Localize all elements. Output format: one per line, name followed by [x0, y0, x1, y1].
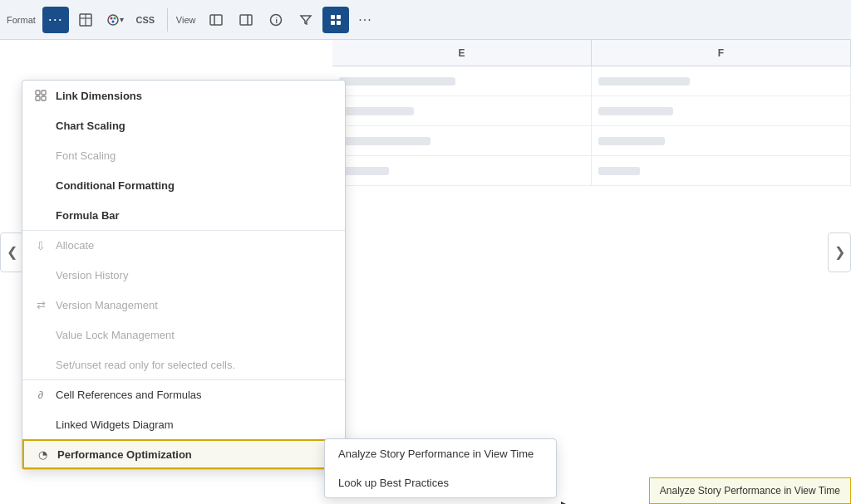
menu-item-chart-scaling[interactable]: Chart Scaling	[22, 110, 345, 140]
cell-e4	[332, 156, 592, 185]
widget-button[interactable]	[322, 7, 349, 33]
col-f: F	[592, 40, 851, 66]
svg-rect-14	[337, 15, 341, 19]
performance-label: Performance Optimization	[57, 448, 192, 461]
table-row	[332, 156, 851, 186]
submenu: Analyze Story Performance in View Time L…	[324, 438, 557, 498]
menu-item-font-scaling: Font Scaling	[22, 140, 345, 170]
css-button[interactable]: CSS	[132, 7, 159, 33]
cell-f1	[592, 66, 851, 95]
nav-left[interactable]: ❮	[0, 232, 23, 272]
table-row	[332, 96, 851, 126]
menu-item-version-management: ⇄ Version Management	[22, 290, 345, 320]
svg-point-4	[111, 17, 113, 19]
svg-rect-20	[42, 96, 46, 100]
allocate-icon: ⇩	[32, 237, 49, 254]
menu-item-version-history: Version History	[22, 260, 345, 290]
svg-point-6	[112, 20, 115, 22]
value-lock-label: Value Lock Management	[56, 329, 175, 341]
link-dimensions-icon	[32, 87, 49, 104]
view-more-button[interactable]: ···	[352, 7, 379, 33]
more-options-button[interactable]: ···	[42, 7, 69, 33]
submenu-item-lookup[interactable]: Look up Best Practices	[325, 468, 556, 497]
view-label: View	[176, 15, 196, 25]
main-area: E F	[0, 40, 851, 504]
formula-bar-label: Formula Bar	[56, 209, 120, 222]
menu-item-link-dimensions[interactable]: Link Dimensions	[22, 81, 345, 110]
svg-point-5	[114, 17, 116, 19]
svg-rect-9	[240, 15, 252, 25]
view-section: i ···	[203, 7, 379, 33]
cell-f2	[592, 96, 851, 125]
conditional-formatting-label: Conditional Formatting	[56, 179, 175, 192]
menu-item-formula-bar[interactable]: Formula Bar	[22, 200, 345, 230]
svg-text:i: i	[275, 17, 278, 25]
cell-references-label: Cell References and Formulas	[56, 389, 202, 401]
menu-item-allocate: ⇩ Allocate	[22, 230, 345, 260]
filter-button[interactable]	[293, 7, 319, 33]
table-rows	[332, 66, 851, 186]
svg-rect-7	[210, 15, 222, 25]
dropdown-menu: Link Dimensions Chart Scaling Font Scali…	[22, 80, 346, 470]
tooltip: Analyze Story Performance in View Time	[649, 477, 851, 504]
table-icon-button[interactable]	[72, 7, 99, 33]
cell-e1	[332, 66, 592, 95]
table-header: E F	[332, 40, 851, 66]
submenu-item-analyze[interactable]: Analyze Story Performance in View Time	[325, 439, 556, 468]
version-history-label: Version History	[56, 269, 128, 281]
palette-button[interactable]: ▾	[102, 7, 129, 33]
col-e: E	[332, 40, 592, 66]
linked-widgets-label: Linked Widgets Diagram	[56, 418, 174, 431]
svg-rect-16	[337, 21, 341, 25]
font-scaling-label: Font Scaling	[56, 149, 116, 162]
svg-rect-18	[42, 91, 46, 95]
performance-icon: ◔	[34, 446, 51, 462]
info-button[interactable]: i	[263, 7, 289, 33]
version-management-label: Version Management	[56, 299, 158, 311]
left-panel-button[interactable]	[203, 7, 229, 33]
format-section: ··· ▾ CSS	[42, 7, 159, 33]
right-panel-button[interactable]	[233, 7, 259, 33]
cell-e3	[332, 126, 592, 155]
analyze-story-label: Analyze Story Performance in View Time	[338, 448, 534, 460]
menu-item-value-lock: Value Lock Management	[22, 320, 345, 350]
cell-f4	[592, 156, 851, 185]
chart-scaling-label: Chart Scaling	[56, 120, 125, 132]
svg-rect-17	[36, 91, 40, 95]
svg-rect-13	[331, 15, 335, 19]
toolbar: Format ··· ▾ CSS View	[0, 0, 851, 40]
cell-references-icon: ∂	[32, 387, 49, 404]
set-unset-label: Set/unset read only for selected cells.	[56, 359, 235, 371]
menu-item-conditional-formatting[interactable]: Conditional Formatting	[22, 170, 345, 200]
menu-item-set-unset: Set/unset read only for selected cells.	[22, 350, 345, 379]
svg-point-3	[108, 15, 118, 25]
allocate-label: Allocate	[56, 239, 94, 252]
svg-rect-19	[36, 96, 40, 100]
menu-item-cell-references[interactable]: ∂ Cell References and Formulas	[22, 379, 345, 409]
menu-item-performance-optimization[interactable]: ◔ Performance Optimization ▶	[22, 439, 345, 469]
cell-e2	[332, 96, 592, 125]
tooltip-text: Analyze Story Performance in View Time	[660, 485, 840, 497]
table-row	[332, 66, 851, 96]
table-row	[332, 126, 851, 156]
cell-f3	[592, 126, 851, 155]
svg-rect-15	[331, 21, 335, 25]
nav-right[interactable]: ❯	[828, 232, 851, 272]
format-label: Format	[7, 15, 36, 25]
divider-1	[167, 8, 168, 32]
menu-item-linked-widgets[interactable]: Linked Widgets Diagram	[22, 409, 345, 439]
version-management-icon: ⇄	[32, 296, 49, 313]
link-dimensions-label: Link Dimensions	[56, 90, 142, 102]
look-up-label: Look up Best Practices	[338, 477, 449, 489]
